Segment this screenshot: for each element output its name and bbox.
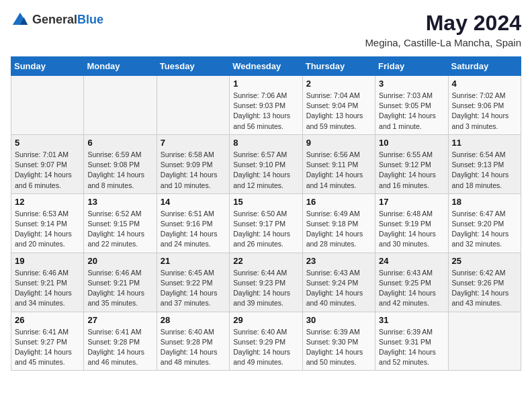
- day-number: 1: [233, 79, 298, 89]
- title-area: May 2024 Megina, Castille-La Mancha, Spa…: [365, 11, 521, 48]
- day-number: 12: [15, 197, 80, 207]
- day-info: Sunrise: 6:59 AMSunset: 9:08 PMDaylight:…: [87, 150, 152, 191]
- day-info: Sunrise: 6:48 AMSunset: 9:19 PMDaylight:…: [379, 209, 444, 250]
- day-number: 3: [379, 79, 444, 89]
- calendar-week-row: 1Sunrise: 7:06 AMSunset: 9:03 PMDaylight…: [11, 76, 521, 135]
- weekday-header-cell: Tuesday: [157, 57, 229, 76]
- day-info: Sunrise: 6:45 AMSunset: 9:22 PMDaylight:…: [161, 268, 226, 309]
- calendar-cell: 15Sunrise: 6:50 AMSunset: 9:17 PMDayligh…: [230, 193, 302, 253]
- calendar-cell: 12Sunrise: 6:53 AMSunset: 9:14 PMDayligh…: [11, 193, 84, 253]
- calendar-cell: 30Sunrise: 6:39 AMSunset: 9:30 PMDayligh…: [302, 312, 375, 371]
- day-info: Sunrise: 6:49 AMSunset: 9:18 PMDaylight:…: [306, 209, 371, 250]
- day-info: Sunrise: 6:40 AMSunset: 9:29 PMDaylight:…: [233, 327, 298, 368]
- calendar-cell: 16Sunrise: 6:49 AMSunset: 9:18 PMDayligh…: [302, 193, 375, 253]
- calendar-cell: 11Sunrise: 6:54 AMSunset: 9:13 PMDayligh…: [448, 134, 521, 193]
- day-number: 24: [379, 256, 444, 266]
- day-info: Sunrise: 6:53 AMSunset: 9:14 PMDaylight:…: [15, 209, 80, 250]
- day-number: 28: [161, 315, 226, 325]
- day-number: 6: [87, 138, 152, 148]
- day-info: Sunrise: 6:41 AMSunset: 9:27 PMDaylight:…: [15, 327, 80, 368]
- day-info: Sunrise: 7:04 AMSunset: 9:04 PMDaylight:…: [306, 91, 371, 132]
- day-info: Sunrise: 6:51 AMSunset: 9:16 PMDaylight:…: [161, 209, 226, 250]
- page-header: GeneralBlue May 2024 Megina, Castille-La…: [11, 11, 521, 48]
- weekday-header-cell: Sunday: [11, 57, 84, 76]
- day-info: Sunrise: 6:43 AMSunset: 9:25 PMDaylight:…: [379, 268, 444, 309]
- weekday-header-cell: Friday: [375, 57, 448, 76]
- day-info: Sunrise: 6:44 AMSunset: 9:23 PMDaylight:…: [233, 268, 298, 309]
- day-info: Sunrise: 6:46 AMSunset: 9:21 PMDaylight:…: [87, 268, 152, 309]
- day-info: Sunrise: 7:02 AMSunset: 9:06 PMDaylight:…: [452, 91, 517, 132]
- day-number: 30: [306, 315, 371, 325]
- calendar-week-row: 12Sunrise: 6:53 AMSunset: 9:14 PMDayligh…: [11, 193, 521, 253]
- calendar-cell: [11, 76, 84, 135]
- weekday-header-row: SundayMondayTuesdayWednesdayThursdayFrid…: [11, 57, 521, 76]
- calendar-cell: 27Sunrise: 6:41 AMSunset: 9:28 PMDayligh…: [84, 312, 157, 371]
- calendar-cell: 28Sunrise: 6:40 AMSunset: 9:28 PMDayligh…: [157, 312, 229, 371]
- day-number: 26: [15, 315, 80, 325]
- calendar-cell: 25Sunrise: 6:42 AMSunset: 9:26 PMDayligh…: [448, 253, 521, 312]
- day-number: 14: [161, 197, 226, 207]
- calendar-cell: [448, 312, 521, 371]
- day-info: Sunrise: 6:57 AMSunset: 9:10 PMDaylight:…: [233, 150, 298, 191]
- day-info: Sunrise: 7:06 AMSunset: 9:03 PMDaylight:…: [233, 91, 298, 132]
- calendar-cell: [84, 76, 157, 135]
- day-info: Sunrise: 6:40 AMSunset: 9:28 PMDaylight:…: [161, 327, 226, 368]
- calendar-week-row: 19Sunrise: 6:46 AMSunset: 9:21 PMDayligh…: [11, 253, 521, 312]
- day-info: Sunrise: 6:55 AMSunset: 9:12 PMDaylight:…: [379, 150, 444, 191]
- calendar-cell: 31Sunrise: 6:39 AMSunset: 9:31 PMDayligh…: [375, 312, 448, 371]
- weekday-header-cell: Saturday: [448, 57, 521, 76]
- calendar-cell: 2Sunrise: 7:04 AMSunset: 9:04 PMDaylight…: [302, 76, 375, 135]
- day-number: 11: [452, 138, 517, 148]
- day-info: Sunrise: 6:41 AMSunset: 9:28 PMDaylight:…: [87, 327, 152, 368]
- day-number: 19: [15, 256, 80, 266]
- day-info: Sunrise: 6:47 AMSunset: 9:20 PMDaylight:…: [452, 209, 517, 250]
- calendar-cell: 1Sunrise: 7:06 AMSunset: 9:03 PMDaylight…: [230, 76, 302, 135]
- calendar-cell: 21Sunrise: 6:45 AMSunset: 9:22 PMDayligh…: [157, 253, 229, 312]
- calendar-cell: 26Sunrise: 6:41 AMSunset: 9:27 PMDayligh…: [11, 312, 84, 371]
- calendar-cell: 6Sunrise: 6:59 AMSunset: 9:08 PMDaylight…: [84, 134, 157, 193]
- day-number: 8: [233, 138, 298, 148]
- day-info: Sunrise: 6:43 AMSunset: 9:24 PMDaylight:…: [306, 268, 371, 309]
- logo: GeneralBlue: [11, 11, 103, 30]
- calendar-cell: 8Sunrise: 6:57 AMSunset: 9:10 PMDaylight…: [230, 134, 302, 193]
- weekday-header-cell: Monday: [84, 57, 157, 76]
- day-info: Sunrise: 6:58 AMSunset: 9:09 PMDaylight:…: [161, 150, 226, 191]
- calendar-week-row: 26Sunrise: 6:41 AMSunset: 9:27 PMDayligh…: [11, 312, 521, 371]
- day-info: Sunrise: 7:01 AMSunset: 9:07 PMDaylight:…: [15, 150, 80, 191]
- day-number: 7: [161, 138, 226, 148]
- weekday-header-cell: Wednesday: [230, 57, 302, 76]
- day-number: 21: [161, 256, 226, 266]
- calendar-cell: 24Sunrise: 6:43 AMSunset: 9:25 PMDayligh…: [375, 253, 448, 312]
- logo-text: GeneralBlue: [32, 13, 103, 27]
- weekday-header-cell: Thursday: [302, 57, 375, 76]
- day-number: 27: [87, 315, 152, 325]
- calendar-cell: 13Sunrise: 6:52 AMSunset: 9:15 PMDayligh…: [84, 193, 157, 253]
- calendar-cell: 7Sunrise: 6:58 AMSunset: 9:09 PMDaylight…: [157, 134, 229, 193]
- calendar-table: SundayMondayTuesdayWednesdayThursdayFrid…: [11, 56, 521, 371]
- calendar-cell: 10Sunrise: 6:55 AMSunset: 9:12 PMDayligh…: [375, 134, 448, 193]
- logo-icon: [11, 11, 30, 30]
- day-info: Sunrise: 7:03 AMSunset: 9:05 PMDaylight:…: [379, 91, 444, 132]
- logo-blue: Blue: [77, 13, 103, 27]
- calendar-cell: 19Sunrise: 6:46 AMSunset: 9:21 PMDayligh…: [11, 253, 84, 312]
- day-number: 16: [306, 197, 371, 207]
- day-info: Sunrise: 6:46 AMSunset: 9:21 PMDaylight:…: [15, 268, 80, 309]
- calendar-cell: 22Sunrise: 6:44 AMSunset: 9:23 PMDayligh…: [230, 253, 302, 312]
- calendar-cell: [157, 76, 229, 135]
- day-number: 18: [452, 197, 517, 207]
- calendar-week-row: 5Sunrise: 7:01 AMSunset: 9:07 PMDaylight…: [11, 134, 521, 193]
- page-subtitle: Megina, Castille-La Mancha, Spain: [365, 37, 521, 48]
- day-number: 22: [233, 256, 298, 266]
- calendar-cell: 17Sunrise: 6:48 AMSunset: 9:19 PMDayligh…: [375, 193, 448, 253]
- logo-general: General: [32, 13, 77, 27]
- day-info: Sunrise: 6:39 AMSunset: 9:31 PMDaylight:…: [379, 327, 444, 368]
- day-number: 5: [15, 138, 80, 148]
- day-info: Sunrise: 6:50 AMSunset: 9:17 PMDaylight:…: [233, 209, 298, 250]
- calendar-cell: 23Sunrise: 6:43 AMSunset: 9:24 PMDayligh…: [302, 253, 375, 312]
- calendar-cell: 5Sunrise: 7:01 AMSunset: 9:07 PMDaylight…: [11, 134, 84, 193]
- day-info: Sunrise: 6:39 AMSunset: 9:30 PMDaylight:…: [306, 327, 371, 368]
- calendar-body: 1Sunrise: 7:06 AMSunset: 9:03 PMDaylight…: [11, 76, 521, 371]
- day-info: Sunrise: 6:42 AMSunset: 9:26 PMDaylight:…: [452, 268, 517, 309]
- calendar-cell: 18Sunrise: 6:47 AMSunset: 9:20 PMDayligh…: [448, 193, 521, 253]
- day-number: 9: [306, 138, 371, 148]
